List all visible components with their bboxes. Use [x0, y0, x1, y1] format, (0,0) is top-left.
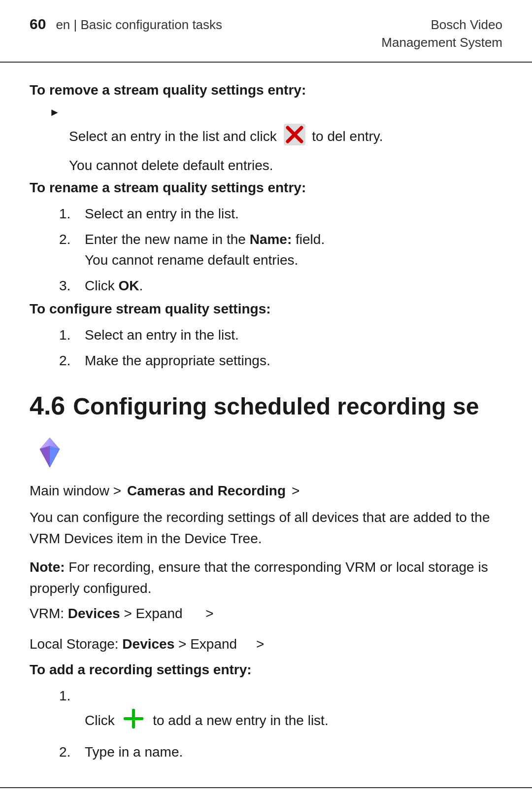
configure-step-2: 2. Make the appropriate settings. [59, 350, 502, 371]
page-footer: 2012.07 | V1 | F.01U.269.054 Quick Start… [0, 787, 532, 798]
configure-steps: 1. Select an entry in the list. 2. Make … [59, 325, 502, 371]
add-step1-after: to add a new entry in the list. [153, 713, 328, 729]
diamond-icon [33, 435, 67, 473]
bullet-arrow: ► [49, 106, 502, 119]
add-step-1: 1. Click to add a new entry in t [59, 686, 502, 737]
remove-step2: You cannot delete default entries. [69, 155, 502, 176]
vrm-line: VRM: Devices > Expand > [30, 606, 502, 622]
configure-heading: To configure stream quality settings: [30, 301, 502, 317]
remove-step1: Select an entry in the list and click to… [69, 124, 502, 151]
header-right: Bosch Video Management System [381, 16, 502, 52]
company-line1: Bosch Video [431, 17, 502, 32]
svg-marker-4 [40, 446, 50, 467]
remove-step1-before: Select an entry in the list and click [69, 129, 277, 144]
add-step-2: 2. Type in a name. [59, 742, 502, 763]
cameras-recording-suffix: > [292, 483, 299, 499]
section-46-heading: Configuring scheduled recording se [73, 393, 479, 420]
rename-step-1: 1. Select an entry in the list. [59, 204, 502, 224]
page-number: 60 [30, 16, 46, 33]
header-breadcrumb: en | Basic configuration tasks [56, 17, 222, 33]
section-46-body1: You can configure the recording settings… [30, 507, 502, 550]
add-step1-before: Click [85, 713, 115, 729]
add-steps: 1. Click to add a new entry in t [59, 686, 502, 763]
main-window-line: Main window > Cameras and Recording > [30, 483, 502, 499]
remove-step1-after: to del entry. [312, 129, 383, 144]
note-text: For recording, ensure that the correspon… [30, 559, 488, 596]
header-left: 60 en | Basic configuration tasks [30, 16, 222, 33]
configure-step-1: 1. Select an entry in the list. [59, 325, 502, 346]
note-label: Note: [30, 559, 65, 575]
local-storage-line: Local Storage: Devices > Expand > [30, 636, 502, 652]
add-plus-icon[interactable] [121, 706, 146, 737]
page-container: 60 en | Basic configuration tasks Bosch … [0, 0, 532, 798]
company-line2: Management System [381, 35, 502, 50]
page-header: 60 en | Basic configuration tasks Bosch … [0, 0, 532, 63]
diamond-row [30, 435, 502, 473]
main-window-text: Main window > [30, 483, 121, 499]
svg-marker-5 [50, 446, 60, 467]
main-content: To remove a stream quality settings entr… [0, 63, 532, 788]
rename-heading: To rename a stream quality settings entr… [30, 180, 502, 196]
rename-steps: 1. Select an entry in the list. 2. Enter… [59, 204, 502, 296]
svg-rect-9 [124, 717, 143, 720]
section-46-title: 4.6 Configuring scheduled recording se [30, 391, 502, 420]
section-46-note: Note: For recording, ensure that the cor… [30, 556, 502, 599]
section-46-number: 4.6 [30, 391, 65, 420]
delete-icon[interactable] [284, 124, 305, 151]
rename-step-3: 3. Click OK. [59, 276, 502, 296]
remove-heading: To remove a stream quality settings entr… [30, 82, 502, 98]
rename-step-2: 2. Enter the new name in the Name: field… [59, 229, 502, 271]
add-recording-heading: To add a recording settings entry: [30, 662, 502, 678]
section-46: 4.6 Configuring scheduled recording se [30, 391, 502, 763]
cameras-recording-label: Cameras and Recording [127, 483, 286, 499]
